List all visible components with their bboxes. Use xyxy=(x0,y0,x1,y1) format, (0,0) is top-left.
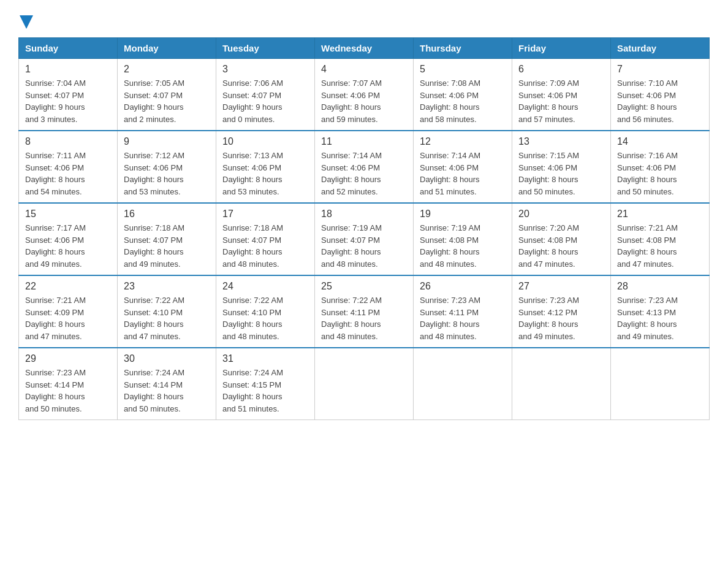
calendar-cell: 25 Sunrise: 7:22 AM Sunset: 4:11 PM Dayl… xyxy=(315,275,414,348)
day-number: 15 xyxy=(25,209,111,220)
day-info: Sunrise: 7:17 AM Sunset: 4:06 PM Dayligh… xyxy=(25,222,111,270)
day-info: Sunrise: 7:08 AM Sunset: 4:06 PM Dayligh… xyxy=(420,77,506,125)
day-number: 12 xyxy=(420,136,506,147)
day-number: 20 xyxy=(518,209,604,220)
calendar-cell: 31 Sunrise: 7:24 AM Sunset: 4:15 PM Dayl… xyxy=(216,348,315,420)
day-number: 22 xyxy=(25,281,111,292)
calendar-week-5: 29 Sunrise: 7:23 AM Sunset: 4:14 PM Dayl… xyxy=(19,348,710,420)
calendar-cell xyxy=(414,348,512,420)
day-number: 10 xyxy=(222,136,308,147)
calendar-header-row: SundayMondayTuesdayWednesdayThursdayFrid… xyxy=(19,38,710,59)
calendar-cell: 30 Sunrise: 7:24 AM Sunset: 4:14 PM Dayl… xyxy=(118,348,216,420)
day-number: 4 xyxy=(321,64,407,75)
day-info: Sunrise: 7:23 AM Sunset: 4:12 PM Dayligh… xyxy=(518,294,604,342)
day-header-sunday: Sunday xyxy=(19,38,118,59)
calendar-cell: 26 Sunrise: 7:23 AM Sunset: 4:11 PM Dayl… xyxy=(414,275,512,348)
day-info: Sunrise: 7:06 AM Sunset: 4:07 PM Dayligh… xyxy=(222,77,308,125)
day-number: 6 xyxy=(518,64,604,75)
calendar-cell: 9 Sunrise: 7:12 AM Sunset: 4:06 PM Dayli… xyxy=(118,131,216,203)
day-header-thursday: Thursday xyxy=(414,38,512,59)
day-number: 14 xyxy=(617,136,703,147)
calendar-cell xyxy=(512,348,611,420)
day-number: 3 xyxy=(222,64,308,75)
day-number: 23 xyxy=(124,281,210,292)
day-info: Sunrise: 7:23 AM Sunset: 4:13 PM Dayligh… xyxy=(617,294,703,342)
day-info: Sunrise: 7:09 AM Sunset: 4:06 PM Dayligh… xyxy=(518,77,604,125)
calendar-table: SundayMondayTuesdayWednesdayThursdayFrid… xyxy=(18,37,710,420)
day-info: Sunrise: 7:10 AM Sunset: 4:06 PM Dayligh… xyxy=(617,77,703,125)
day-number: 26 xyxy=(420,281,506,292)
calendar-cell: 28 Sunrise: 7:23 AM Sunset: 4:13 PM Dayl… xyxy=(611,275,710,348)
calendar-cell: 15 Sunrise: 7:17 AM Sunset: 4:06 PM Dayl… xyxy=(19,203,118,275)
day-info: Sunrise: 7:23 AM Sunset: 4:14 PM Dayligh… xyxy=(25,367,111,415)
day-info: Sunrise: 7:14 AM Sunset: 4:06 PM Dayligh… xyxy=(420,150,506,197)
day-number: 31 xyxy=(222,353,308,364)
page-header xyxy=(18,12,710,31)
calendar-cell: 6 Sunrise: 7:09 AM Sunset: 4:06 PM Dayli… xyxy=(512,59,611,131)
day-info: Sunrise: 7:11 AM Sunset: 4:06 PM Dayligh… xyxy=(25,150,111,197)
day-number: 2 xyxy=(124,64,210,75)
calendar-cell: 27 Sunrise: 7:23 AM Sunset: 4:12 PM Dayl… xyxy=(512,275,611,348)
calendar-week-3: 15 Sunrise: 7:17 AM Sunset: 4:06 PM Dayl… xyxy=(19,203,710,275)
svg-marker-0 xyxy=(20,15,33,29)
calendar-cell: 20 Sunrise: 7:20 AM Sunset: 4:08 PM Dayl… xyxy=(512,203,611,275)
day-info: Sunrise: 7:12 AM Sunset: 4:06 PM Dayligh… xyxy=(124,150,210,197)
day-number: 7 xyxy=(617,64,703,75)
logo-triangle-icon xyxy=(20,15,33,29)
calendar-cell: 1 Sunrise: 7:04 AM Sunset: 4:07 PM Dayli… xyxy=(19,59,118,131)
day-number: 1 xyxy=(25,64,111,75)
day-info: Sunrise: 7:05 AM Sunset: 4:07 PM Dayligh… xyxy=(124,77,210,125)
calendar-cell: 21 Sunrise: 7:21 AM Sunset: 4:08 PM Dayl… xyxy=(611,203,710,275)
day-number: 18 xyxy=(321,209,407,220)
day-number: 13 xyxy=(518,136,604,147)
day-info: Sunrise: 7:24 AM Sunset: 4:15 PM Dayligh… xyxy=(222,367,308,415)
day-info: Sunrise: 7:18 AM Sunset: 4:07 PM Dayligh… xyxy=(124,222,210,270)
calendar-week-2: 8 Sunrise: 7:11 AM Sunset: 4:06 PM Dayli… xyxy=(19,131,710,203)
day-number: 8 xyxy=(25,136,111,147)
day-info: Sunrise: 7:20 AM Sunset: 4:08 PM Dayligh… xyxy=(518,222,604,270)
day-header-monday: Monday xyxy=(118,38,216,59)
calendar-cell: 8 Sunrise: 7:11 AM Sunset: 4:06 PM Dayli… xyxy=(19,131,118,203)
calendar-cell: 23 Sunrise: 7:22 AM Sunset: 4:10 PM Dayl… xyxy=(118,275,216,348)
day-number: 25 xyxy=(321,281,407,292)
calendar-cell xyxy=(315,348,414,420)
calendar-cell: 18 Sunrise: 7:19 AM Sunset: 4:07 PM Dayl… xyxy=(315,203,414,275)
day-info: Sunrise: 7:23 AM Sunset: 4:11 PM Dayligh… xyxy=(420,294,506,342)
calendar-week-1: 1 Sunrise: 7:04 AM Sunset: 4:07 PM Dayli… xyxy=(19,59,710,131)
logo xyxy=(18,12,33,31)
calendar-cell: 24 Sunrise: 7:22 AM Sunset: 4:10 PM Dayl… xyxy=(216,275,315,348)
day-number: 24 xyxy=(222,281,308,292)
day-header-wednesday: Wednesday xyxy=(315,38,414,59)
calendar-cell: 22 Sunrise: 7:21 AM Sunset: 4:09 PM Dayl… xyxy=(19,275,118,348)
calendar-cell: 19 Sunrise: 7:19 AM Sunset: 4:08 PM Dayl… xyxy=(414,203,512,275)
calendar-cell: 17 Sunrise: 7:18 AM Sunset: 4:07 PM Dayl… xyxy=(216,203,315,275)
calendar-week-4: 22 Sunrise: 7:21 AM Sunset: 4:09 PM Dayl… xyxy=(19,275,710,348)
calendar-cell: 13 Sunrise: 7:15 AM Sunset: 4:06 PM Dayl… xyxy=(512,131,611,203)
day-info: Sunrise: 7:14 AM Sunset: 4:06 PM Dayligh… xyxy=(321,150,407,197)
day-number: 29 xyxy=(25,353,111,364)
day-number: 19 xyxy=(420,209,506,220)
day-info: Sunrise: 7:13 AM Sunset: 4:06 PM Dayligh… xyxy=(222,150,308,197)
day-info: Sunrise: 7:15 AM Sunset: 4:06 PM Dayligh… xyxy=(518,150,604,197)
day-number: 16 xyxy=(124,209,210,220)
day-info: Sunrise: 7:07 AM Sunset: 4:06 PM Dayligh… xyxy=(321,77,407,125)
calendar-cell: 11 Sunrise: 7:14 AM Sunset: 4:06 PM Dayl… xyxy=(315,131,414,203)
calendar-cell: 10 Sunrise: 7:13 AM Sunset: 4:06 PM Dayl… xyxy=(216,131,315,203)
calendar-cell: 7 Sunrise: 7:10 AM Sunset: 4:06 PM Dayli… xyxy=(611,59,710,131)
calendar-cell: 3 Sunrise: 7:06 AM Sunset: 4:07 PM Dayli… xyxy=(216,59,315,131)
day-info: Sunrise: 7:19 AM Sunset: 4:07 PM Dayligh… xyxy=(321,222,407,270)
calendar-cell: 5 Sunrise: 7:08 AM Sunset: 4:06 PM Dayli… xyxy=(414,59,512,131)
day-header-tuesday: Tuesday xyxy=(216,38,315,59)
day-number: 5 xyxy=(420,64,506,75)
day-number: 21 xyxy=(617,209,703,220)
day-number: 27 xyxy=(518,281,604,292)
day-info: Sunrise: 7:22 AM Sunset: 4:10 PM Dayligh… xyxy=(222,294,308,342)
calendar-cell: 14 Sunrise: 7:16 AM Sunset: 4:06 PM Dayl… xyxy=(611,131,710,203)
day-header-saturday: Saturday xyxy=(611,38,710,59)
day-info: Sunrise: 7:22 AM Sunset: 4:10 PM Dayligh… xyxy=(124,294,210,342)
calendar-cell: 4 Sunrise: 7:07 AM Sunset: 4:06 PM Dayli… xyxy=(315,59,414,131)
day-info: Sunrise: 7:19 AM Sunset: 4:08 PM Dayligh… xyxy=(420,222,506,270)
day-info: Sunrise: 7:18 AM Sunset: 4:07 PM Dayligh… xyxy=(222,222,308,270)
day-info: Sunrise: 7:16 AM Sunset: 4:06 PM Dayligh… xyxy=(617,150,703,197)
calendar-cell: 12 Sunrise: 7:14 AM Sunset: 4:06 PM Dayl… xyxy=(414,131,512,203)
